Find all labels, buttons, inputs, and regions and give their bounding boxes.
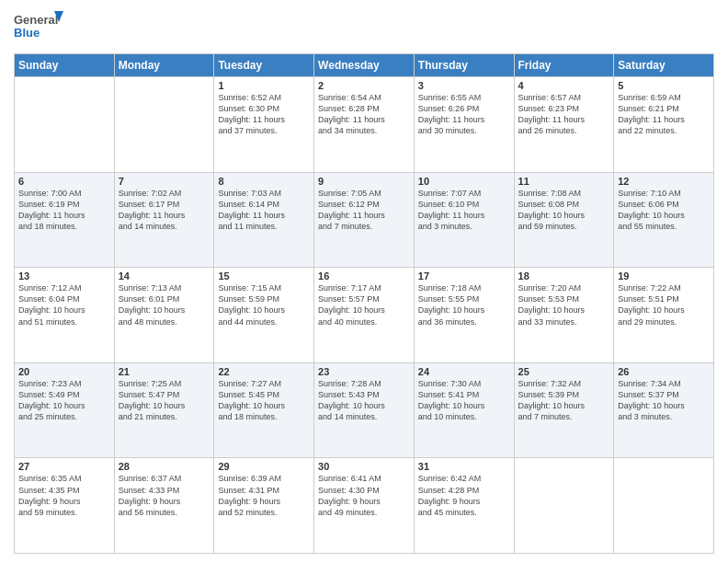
week-row: 1Sunrise: 6:52 AM Sunset: 6:30 PM Daylig… — [15, 77, 714, 173]
day-cell: 13Sunrise: 7:12 AM Sunset: 6:04 PM Dayli… — [15, 268, 115, 363]
day-number: 20 — [18, 366, 110, 377]
week-row: 6Sunrise: 7:00 AM Sunset: 6:19 PM Daylig… — [15, 172, 714, 268]
logo-svg: General Blue — [14, 9, 64, 44]
day-info: Sunrise: 6:54 AM Sunset: 6:28 PM Dayligh… — [318, 92, 410, 137]
day-cell: 23Sunrise: 7:28 AM Sunset: 5:43 PM Dayli… — [314, 362, 415, 458]
week-row: 13Sunrise: 7:12 AM Sunset: 6:04 PM Dayli… — [15, 268, 714, 363]
day-number: 5 — [618, 80, 710, 91]
day-number: 23 — [318, 366, 410, 377]
day-number: 13 — [18, 270, 110, 282]
day-info: Sunrise: 7:34 AM Sunset: 5:37 PM Dayligh… — [618, 378, 710, 423]
day-header: Thursday — [414, 54, 514, 77]
day-info: Sunrise: 7:05 AM Sunset: 6:12 PM Dayligh… — [318, 188, 410, 233]
day-cell: 9Sunrise: 7:05 AM Sunset: 6:12 PM Daylig… — [314, 172, 415, 268]
day-number: 3 — [418, 80, 510, 91]
day-info: Sunrise: 7:10 AM Sunset: 6:06 PM Dayligh… — [618, 188, 710, 233]
day-number: 6 — [18, 176, 110, 187]
day-cell: 14Sunrise: 7:13 AM Sunset: 6:01 PM Dayli… — [114, 268, 214, 363]
day-header: Monday — [114, 54, 214, 77]
day-cell: 27Sunrise: 6:35 AM Sunset: 4:35 PM Dayli… — [15, 458, 115, 554]
day-number: 30 — [318, 461, 410, 472]
day-number: 7 — [119, 176, 210, 187]
day-cell: 5Sunrise: 6:59 AM Sunset: 6:21 PM Daylig… — [614, 77, 714, 173]
day-number: 9 — [318, 176, 410, 187]
day-number: 26 — [618, 366, 710, 377]
day-cell: 12Sunrise: 7:10 AM Sunset: 6:06 PM Dayli… — [614, 172, 714, 268]
day-number: 28 — [119, 461, 210, 472]
day-number: 17 — [418, 270, 510, 282]
day-cell: 1Sunrise: 6:52 AM Sunset: 6:30 PM Daylig… — [214, 77, 314, 173]
day-info: Sunrise: 7:13 AM Sunset: 6:01 PM Dayligh… — [119, 282, 210, 327]
calendar-table: SundayMondayTuesdayWednesdayThursdayFrid… — [14, 53, 714, 554]
page: General Blue SundayMondayTuesdayWednesda… — [0, 0, 728, 563]
day-info: Sunrise: 7:17 AM Sunset: 5:57 PM Dayligh… — [318, 282, 410, 327]
day-header: Wednesday — [314, 54, 415, 77]
day-cell — [514, 458, 614, 554]
day-info: Sunrise: 7:02 AM Sunset: 6:17 PM Dayligh… — [119, 188, 210, 233]
day-cell: 30Sunrise: 6:41 AM Sunset: 4:30 PM Dayli… — [314, 458, 415, 554]
day-number: 11 — [518, 176, 610, 187]
day-number: 12 — [618, 176, 710, 187]
day-info: Sunrise: 6:52 AM Sunset: 6:30 PM Dayligh… — [218, 92, 310, 137]
day-cell: 10Sunrise: 7:07 AM Sunset: 6:10 PM Dayli… — [414, 172, 514, 268]
day-number: 27 — [18, 461, 110, 472]
day-cell: 3Sunrise: 6:55 AM Sunset: 6:26 PM Daylig… — [414, 77, 514, 173]
day-number: 18 — [518, 270, 610, 282]
day-number: 10 — [418, 176, 510, 187]
week-row: 20Sunrise: 7:23 AM Sunset: 5:49 PM Dayli… — [15, 362, 714, 458]
day-cell — [15, 77, 115, 173]
day-header: Tuesday — [214, 54, 314, 77]
day-cell: 8Sunrise: 7:03 AM Sunset: 6:14 PM Daylig… — [214, 172, 314, 268]
svg-text:Blue: Blue — [14, 26, 40, 40]
day-number: 2 — [318, 80, 410, 91]
day-cell: 22Sunrise: 7:27 AM Sunset: 5:45 PM Dayli… — [214, 362, 314, 458]
day-info: Sunrise: 7:07 AM Sunset: 6:10 PM Dayligh… — [418, 188, 510, 233]
day-cell: 2Sunrise: 6:54 AM Sunset: 6:28 PM Daylig… — [314, 77, 415, 173]
week-row: 27Sunrise: 6:35 AM Sunset: 4:35 PM Dayli… — [15, 458, 714, 554]
day-number: 14 — [119, 270, 210, 282]
day-number: 19 — [618, 270, 710, 282]
day-info: Sunrise: 7:25 AM Sunset: 5:47 PM Dayligh… — [119, 378, 210, 423]
day-cell: 20Sunrise: 7:23 AM Sunset: 5:49 PM Dayli… — [15, 362, 115, 458]
day-cell: 28Sunrise: 6:37 AM Sunset: 4:33 PM Dayli… — [114, 458, 214, 554]
day-cell: 17Sunrise: 7:18 AM Sunset: 5:55 PM Dayli… — [414, 268, 514, 363]
day-number: 4 — [518, 80, 610, 91]
day-cell: 11Sunrise: 7:08 AM Sunset: 6:08 PM Dayli… — [514, 172, 614, 268]
day-info: Sunrise: 7:27 AM Sunset: 5:45 PM Dayligh… — [218, 378, 310, 423]
day-cell: 26Sunrise: 7:34 AM Sunset: 5:37 PM Dayli… — [614, 362, 714, 458]
day-info: Sunrise: 7:20 AM Sunset: 5:53 PM Dayligh… — [518, 282, 610, 327]
day-cell: 18Sunrise: 7:20 AM Sunset: 5:53 PM Dayli… — [514, 268, 614, 363]
day-cell: 24Sunrise: 7:30 AM Sunset: 5:41 PM Dayli… — [414, 362, 514, 458]
day-info: Sunrise: 6:42 AM Sunset: 4:28 PM Dayligh… — [418, 473, 510, 518]
day-number: 29 — [218, 461, 310, 472]
day-info: Sunrise: 7:00 AM Sunset: 6:19 PM Dayligh… — [18, 188, 110, 233]
day-info: Sunrise: 6:59 AM Sunset: 6:21 PM Dayligh… — [618, 92, 710, 137]
day-number: 16 — [318, 270, 410, 282]
day-cell: 19Sunrise: 7:22 AM Sunset: 5:51 PM Dayli… — [614, 268, 714, 363]
day-header: Friday — [514, 54, 614, 77]
day-cell: 4Sunrise: 6:57 AM Sunset: 6:23 PM Daylig… — [514, 77, 614, 173]
day-number: 24 — [418, 366, 510, 377]
day-number: 22 — [218, 366, 310, 377]
day-cell: 16Sunrise: 7:17 AM Sunset: 5:57 PM Dayli… — [314, 268, 415, 363]
day-cell: 15Sunrise: 7:15 AM Sunset: 5:59 PM Dayli… — [214, 268, 314, 363]
svg-text:General: General — [14, 13, 58, 27]
day-info: Sunrise: 7:22 AM Sunset: 5:51 PM Dayligh… — [618, 282, 710, 327]
day-info: Sunrise: 7:28 AM Sunset: 5:43 PM Dayligh… — [318, 378, 410, 423]
header: General Blue — [14, 9, 714, 44]
day-number: 15 — [218, 270, 310, 282]
day-info: Sunrise: 6:41 AM Sunset: 4:30 PM Dayligh… — [318, 473, 410, 518]
day-cell: 21Sunrise: 7:25 AM Sunset: 5:47 PM Dayli… — [114, 362, 214, 458]
day-info: Sunrise: 7:30 AM Sunset: 5:41 PM Dayligh… — [418, 378, 510, 423]
day-info: Sunrise: 7:23 AM Sunset: 5:49 PM Dayligh… — [18, 378, 110, 423]
day-info: Sunrise: 7:32 AM Sunset: 5:39 PM Dayligh… — [518, 378, 610, 423]
day-cell: 31Sunrise: 6:42 AM Sunset: 4:28 PM Dayli… — [414, 458, 514, 554]
day-number: 21 — [119, 366, 210, 377]
day-info: Sunrise: 6:39 AM Sunset: 4:31 PM Dayligh… — [218, 473, 310, 518]
day-number: 25 — [518, 366, 610, 377]
day-number: 1 — [218, 80, 310, 91]
header-row: SundayMondayTuesdayWednesdayThursdayFrid… — [15, 54, 714, 77]
day-cell — [114, 77, 214, 173]
day-info: Sunrise: 7:18 AM Sunset: 5:55 PM Dayligh… — [418, 282, 510, 327]
day-number: 31 — [418, 461, 510, 472]
